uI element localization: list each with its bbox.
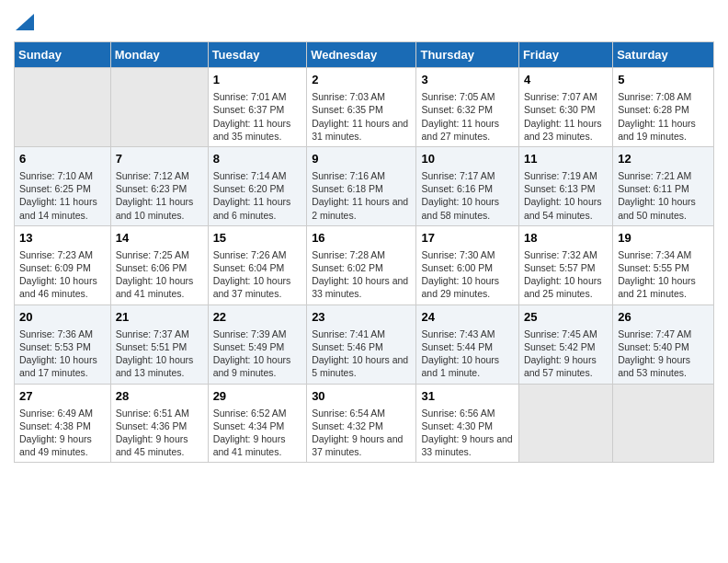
calendar-cell: 2Sunrise: 7:03 AMSunset: 6:35 PMDaylight…: [307, 68, 416, 147]
day-number: 15: [213, 230, 302, 247]
day-info: Sunrise: 7:37 AMSunset: 5:51 PMDaylight:…: [116, 327, 203, 380]
week-row-2: 6Sunrise: 7:10 AMSunset: 6:25 PMDaylight…: [15, 146, 714, 225]
calendar-cell: 16Sunrise: 7:28 AMSunset: 6:02 PMDayligh…: [307, 225, 416, 304]
calendar-cell: 5Sunrise: 7:08 AMSunset: 6:28 PMDaylight…: [613, 68, 714, 147]
day-number: 2: [312, 72, 411, 88]
day-info: Sunrise: 7:19 AMSunset: 6:13 PMDaylight:…: [524, 169, 608, 222]
day-number: 22: [213, 309, 302, 326]
day-number: 9: [312, 151, 411, 167]
calendar-cell: [518, 384, 612, 463]
calendar-cell: 26Sunrise: 7:47 AMSunset: 5:40 PMDayligh…: [613, 304, 714, 384]
day-number: 8: [213, 151, 302, 167]
calendar-cell: 4Sunrise: 7:07 AMSunset: 6:30 PMDaylight…: [518, 68, 612, 147]
weekday-header-wednesday: Wednesday: [307, 42, 416, 68]
day-info: Sunrise: 7:26 AMSunset: 6:04 PMDaylight:…: [213, 248, 302, 301]
calendar-cell: 13Sunrise: 7:23 AMSunset: 6:09 PMDayligh…: [15, 225, 111, 304]
day-number: 24: [421, 309, 513, 326]
day-number: 14: [116, 230, 203, 247]
day-info: Sunrise: 7:45 AMSunset: 5:42 PMDaylight:…: [524, 327, 608, 380]
day-info: Sunrise: 7:07 AMSunset: 6:30 PMDaylight:…: [524, 90, 608, 143]
logo: [14, 14, 34, 34]
calendar-cell: [613, 384, 714, 463]
calendar-cell: 23Sunrise: 7:41 AMSunset: 5:46 PMDayligh…: [307, 304, 416, 384]
day-number: 4: [524, 72, 608, 88]
calendar-cell: 29Sunrise: 6:52 AMSunset: 4:34 PMDayligh…: [208, 384, 307, 463]
day-number: 25: [524, 309, 608, 326]
day-number: 16: [312, 230, 411, 247]
day-number: 26: [618, 309, 709, 326]
day-number: 1: [213, 72, 302, 88]
day-info: Sunrise: 7:17 AMSunset: 6:16 PMDaylight:…: [421, 169, 513, 222]
day-number: 3: [421, 72, 513, 88]
day-number: 13: [19, 230, 106, 247]
day-info: Sunrise: 7:01 AMSunset: 6:37 PMDaylight:…: [213, 90, 302, 143]
day-info: Sunrise: 7:39 AMSunset: 5:49 PMDaylight:…: [213, 327, 302, 380]
day-info: Sunrise: 7:34 AMSunset: 5:55 PMDaylight:…: [618, 248, 709, 301]
day-info: Sunrise: 6:51 AMSunset: 4:36 PMDaylight:…: [116, 407, 203, 459]
weekday-header-monday: Monday: [110, 42, 208, 68]
calendar-cell: 6Sunrise: 7:10 AMSunset: 6:25 PMDaylight…: [15, 146, 111, 225]
day-info: Sunrise: 7:47 AMSunset: 5:40 PMDaylight:…: [618, 327, 709, 380]
day-info: Sunrise: 7:10 AMSunset: 6:25 PMDaylight:…: [19, 169, 106, 222]
calendar-cell: 24Sunrise: 7:43 AMSunset: 5:44 PMDayligh…: [416, 304, 518, 384]
day-info: Sunrise: 6:49 AMSunset: 4:38 PMDaylight:…: [19, 407, 106, 459]
calendar-cell: 18Sunrise: 7:32 AMSunset: 5:57 PMDayligh…: [518, 225, 612, 304]
calendar-cell: 22Sunrise: 7:39 AMSunset: 5:49 PMDayligh…: [208, 304, 307, 384]
day-number: 11: [524, 151, 608, 167]
day-number: 21: [116, 309, 203, 326]
week-row-4: 20Sunrise: 7:36 AMSunset: 5:53 PMDayligh…: [15, 304, 714, 384]
weekday-header-saturday: Saturday: [613, 42, 714, 68]
day-number: 17: [421, 230, 513, 247]
calendar-cell: [15, 68, 111, 147]
day-info: Sunrise: 7:21 AMSunset: 6:11 PMDaylight:…: [618, 169, 709, 222]
day-info: Sunrise: 7:28 AMSunset: 6:02 PMDaylight:…: [312, 248, 411, 301]
calendar-cell: 28Sunrise: 6:51 AMSunset: 4:36 PMDayligh…: [110, 384, 208, 463]
logo-icon: [16, 14, 34, 32]
day-number: 23: [312, 309, 411, 326]
day-info: Sunrise: 6:52 AMSunset: 4:34 PMDaylight:…: [213, 407, 302, 459]
day-info: Sunrise: 7:23 AMSunset: 6:09 PMDaylight:…: [19, 248, 106, 301]
day-info: Sunrise: 7:03 AMSunset: 6:35 PMDaylight:…: [312, 90, 411, 143]
day-info: Sunrise: 7:43 AMSunset: 5:44 PMDaylight:…: [421, 327, 513, 380]
day-number: 31: [421, 388, 513, 405]
day-number: 19: [618, 230, 709, 247]
day-info: Sunrise: 6:56 AMSunset: 4:30 PMDaylight:…: [421, 407, 513, 459]
calendar-cell: 20Sunrise: 7:36 AMSunset: 5:53 PMDayligh…: [15, 304, 111, 384]
day-number: 28: [116, 388, 203, 405]
day-number: 6: [19, 151, 106, 167]
day-info: Sunrise: 7:05 AMSunset: 6:32 PMDaylight:…: [421, 90, 513, 143]
day-info: Sunrise: 6:54 AMSunset: 4:32 PMDaylight:…: [312, 407, 411, 459]
day-info: Sunrise: 7:30 AMSunset: 6:00 PMDaylight:…: [421, 248, 513, 301]
weekday-header-row: SundayMondayTuesdayWednesdayThursdayFrid…: [15, 42, 714, 68]
calendar-cell: 31Sunrise: 6:56 AMSunset: 4:30 PMDayligh…: [416, 384, 518, 463]
calendar-cell: 21Sunrise: 7:37 AMSunset: 5:51 PMDayligh…: [110, 304, 208, 384]
day-number: 12: [618, 151, 709, 167]
calendar-cell: 14Sunrise: 7:25 AMSunset: 6:06 PMDayligh…: [110, 225, 208, 304]
weekday-header-tuesday: Tuesday: [208, 42, 307, 68]
weekday-header-sunday: Sunday: [15, 42, 111, 68]
day-number: 18: [524, 230, 608, 247]
calendar-cell: 17Sunrise: 7:30 AMSunset: 6:00 PMDayligh…: [416, 225, 518, 304]
day-info: Sunrise: 7:14 AMSunset: 6:20 PMDaylight:…: [213, 169, 302, 222]
page-header: [14, 9, 714, 34]
calendar-cell: 7Sunrise: 7:12 AMSunset: 6:23 PMDaylight…: [110, 146, 208, 225]
calendar-cell: 9Sunrise: 7:16 AMSunset: 6:18 PMDaylight…: [307, 146, 416, 225]
day-info: Sunrise: 7:32 AMSunset: 5:57 PMDaylight:…: [524, 248, 608, 301]
day-info: Sunrise: 7:12 AMSunset: 6:23 PMDaylight:…: [116, 169, 203, 222]
calendar-cell: 11Sunrise: 7:19 AMSunset: 6:13 PMDayligh…: [518, 146, 612, 225]
week-row-3: 13Sunrise: 7:23 AMSunset: 6:09 PMDayligh…: [15, 225, 714, 304]
calendar-cell: 12Sunrise: 7:21 AMSunset: 6:11 PMDayligh…: [613, 146, 714, 225]
calendar-cell: 27Sunrise: 6:49 AMSunset: 4:38 PMDayligh…: [15, 384, 111, 463]
calendar-cell: 30Sunrise: 6:54 AMSunset: 4:32 PMDayligh…: [307, 384, 416, 463]
day-info: Sunrise: 7:41 AMSunset: 5:46 PMDaylight:…: [312, 327, 411, 380]
day-number: 30: [312, 388, 411, 405]
day-number: 29: [213, 388, 302, 405]
calendar-cell: [110, 68, 208, 147]
day-info: Sunrise: 7:36 AMSunset: 5:53 PMDaylight:…: [19, 327, 106, 380]
calendar-cell: 15Sunrise: 7:26 AMSunset: 6:04 PMDayligh…: [208, 225, 307, 304]
calendar-cell: 3Sunrise: 7:05 AMSunset: 6:32 PMDaylight…: [416, 68, 518, 147]
week-row-1: 1Sunrise: 7:01 AMSunset: 6:37 PMDaylight…: [15, 68, 714, 147]
calendar-table: SundayMondayTuesdayWednesdayThursdayFrid…: [14, 41, 714, 463]
svg-marker-0: [16, 14, 34, 30]
calendar-cell: 1Sunrise: 7:01 AMSunset: 6:37 PMDaylight…: [208, 68, 307, 147]
